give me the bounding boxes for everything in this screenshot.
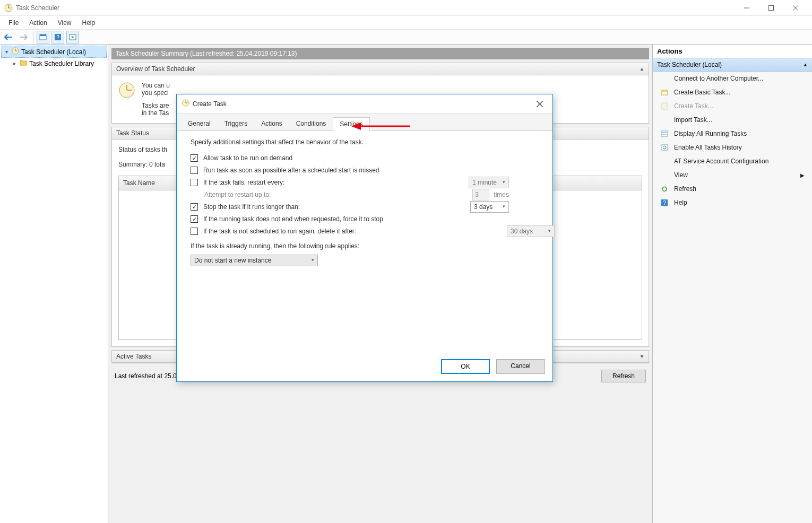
tb-help-icon[interactable]: ? [51, 31, 64, 43]
expand-icon[interactable]: ▼ [640, 354, 644, 359]
svg-rect-8 [40, 34, 46, 36]
tab-conditions[interactable]: Conditions [289, 117, 333, 130]
menu-view[interactable]: View [53, 17, 77, 29]
list-icon [660, 129, 669, 138]
label-force-stop: If the running task does not end when re… [203, 215, 383, 223]
action-connect[interactable]: Connect to Another Computer... [653, 72, 812, 85]
summary-bar: Task Scheduler Summary (Last refreshed: … [111, 48, 649, 59]
cancel-button[interactable]: Cancel [496, 359, 545, 374]
tree-pane: ▾ Task Scheduler (Local) ▸ Task Schedule… [0, 45, 108, 523]
tab-triggers[interactable]: Triggers [218, 117, 255, 130]
refresh-button[interactable]: Refresh [601, 370, 646, 382]
input-attempt-count[interactable] [472, 189, 489, 201]
svg-text:?: ? [56, 34, 59, 40]
tab-settings[interactable]: Settings [333, 117, 369, 131]
checkbox-run-asap[interactable] [191, 167, 198, 174]
import-icon [660, 116, 669, 124]
action-at-service[interactable]: AT Service Account Configuration [653, 154, 812, 168]
toolbar: ? [0, 30, 812, 45]
tree-child-library[interactable]: ▸ Task Scheduler Library [1, 58, 107, 69]
menu-action[interactable]: Action [24, 17, 52, 29]
history-icon [660, 143, 669, 152]
help-icon: ? [660, 198, 669, 207]
task-icon [660, 102, 669, 110]
menu-file[interactable]: File [3, 17, 24, 29]
checkbox-allow-demand[interactable] [191, 154, 198, 162]
create-task-dialog: Create Task General Triggers Actions Con… [176, 94, 553, 382]
svg-rect-21 [661, 131, 668, 136]
minimize-button[interactable] [735, 0, 759, 16]
app-clock-icon [4, 4, 13, 12]
label-delete-after: If the task is not scheduled to run agai… [203, 228, 356, 235]
tree-expand-icon[interactable]: ▸ [12, 60, 18, 66]
svg-rect-4 [769, 5, 774, 10]
select-stop-duration[interactable]: 3 days [470, 201, 509, 213]
submenu-arrow-icon: ▶ [800, 172, 805, 178]
select-restart-interval[interactable]: 1 minute [469, 177, 509, 188]
tab-general[interactable]: General [181, 117, 218, 130]
svg-text:?: ? [663, 200, 666, 206]
forward-button[interactable] [17, 31, 30, 43]
blank-icon [660, 157, 669, 165]
titlebar: Task Scheduler [0, 0, 812, 16]
action-help[interactable]: ? Help [653, 196, 812, 210]
status-line: Status of tasks th [118, 146, 167, 153]
checkbox-delete-after[interactable] [191, 228, 198, 235]
window-title: Task Scheduler [16, 4, 59, 12]
label-stop-longer: Stop the task if it runs longer than: [203, 203, 300, 211]
svg-rect-19 [661, 90, 668, 92]
maximize-button[interactable] [759, 0, 783, 16]
tree-child-label: Task Scheduler Library [29, 60, 94, 67]
blank-icon [660, 171, 669, 179]
computer-icon [660, 74, 669, 83]
folder-icon [20, 59, 27, 68]
label-allow-demand: Allow task to be run on demand [203, 154, 292, 162]
menubar: File Action View Help [0, 16, 812, 30]
dialog-title-text: Create Task [193, 100, 227, 108]
tree-root-label: Task Scheduler (Local) [21, 48, 86, 56]
dialog-description: Specify additional settings that affect … [191, 138, 539, 146]
ok-button[interactable]: OK [441, 359, 490, 374]
action-create-basic[interactable]: Create Basic Task... [653, 85, 812, 99]
checkbox-force-stop[interactable] [191, 215, 198, 223]
menu-help[interactable]: Help [77, 17, 101, 29]
checkbox-fail-restart[interactable] [191, 179, 198, 186]
action-display-running[interactable]: Display All Running Tasks [653, 127, 812, 141]
actions-pane: Actions Task Scheduler (Local) ▲ Connect… [653, 45, 812, 523]
tree-root[interactable]: ▾ Task Scheduler (Local) [1, 46, 107, 58]
refresh-icon [660, 185, 669, 193]
select-running-rule[interactable]: Do not start a new instance [191, 255, 318, 266]
dialog-clock-icon [182, 99, 189, 108]
close-button[interactable] [783, 0, 808, 16]
overview-header[interactable]: Overview of Task Scheduler ▲ [112, 63, 649, 75]
label-run-asap: Run task as soon as possible after a sch… [203, 167, 379, 174]
summary-line: Summary: 0 tota [118, 161, 165, 168]
action-view[interactable]: View ▶ [653, 168, 812, 182]
tb-run-icon[interactable] [66, 31, 79, 43]
label-running-rule: If the task is already running, then the… [191, 242, 359, 250]
tb-properties-icon[interactable] [37, 31, 49, 43]
action-enable-history[interactable]: Enable All Tasks History [653, 141, 812, 154]
checkbox-stop-longer[interactable] [191, 203, 198, 211]
clock-icon [12, 47, 19, 56]
select-delete-duration[interactable]: 30 days [507, 225, 555, 237]
dialog-tabs: General Triggers Actions Conditions Sett… [177, 114, 552, 131]
label-fail-restart: If the task fails, restart every: [203, 179, 284, 186]
collapse-icon[interactable]: ▲ [803, 62, 808, 67]
action-import[interactable]: Import Task... [653, 113, 812, 127]
large-clock-icon [118, 82, 135, 99]
label-times: times [494, 191, 509, 198]
action-refresh[interactable]: Refresh [653, 182, 812, 196]
action-create-task[interactable]: Create Task... [653, 99, 812, 113]
dialog-body: Specify additional settings that affect … [177, 131, 552, 354]
actions-subheader[interactable]: Task Scheduler (Local) ▲ [653, 58, 812, 72]
actions-title: Actions [653, 45, 812, 58]
task-name-column[interactable]: Task Name [123, 179, 155, 187]
wizard-icon [660, 88, 669, 97]
tree-collapse-icon[interactable]: ▾ [4, 49, 10, 55]
collapse-icon[interactable]: ▲ [640, 66, 644, 72]
dialog-close-button[interactable] [532, 97, 547, 111]
svg-rect-20 [662, 103, 667, 109]
back-button[interactable] [2, 31, 15, 43]
tab-actions[interactable]: Actions [254, 117, 289, 130]
